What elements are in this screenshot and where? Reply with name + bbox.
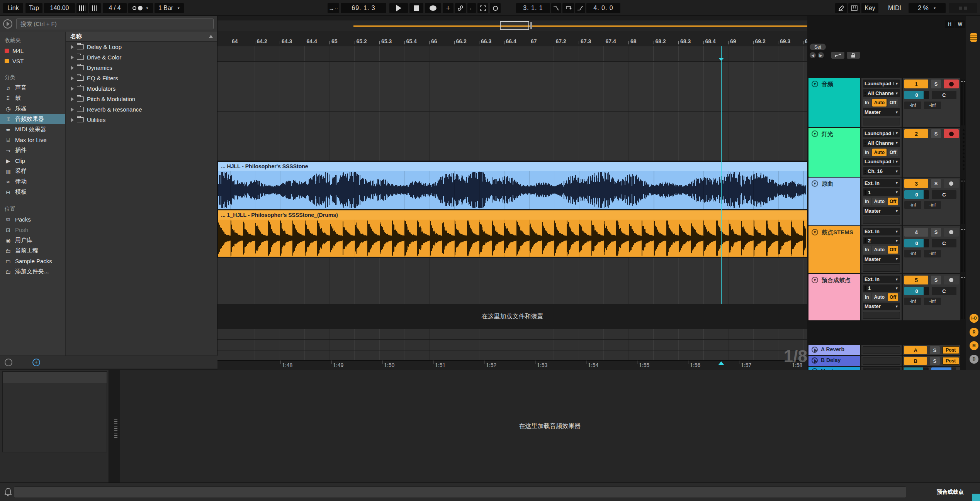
notification-bell-icon[interactable] — [4, 487, 12, 497]
return-io-field[interactable] — [863, 346, 900, 354]
height-zoom-button[interactable]: H — [945, 20, 955, 28]
track-delay-field[interactable] — [863, 118, 900, 125]
metronome-button[interactable]: ▼ — [128, 3, 153, 13]
audio-clip[interactable]: ... HJLL - Philosopher's SSSStone — [217, 161, 807, 209]
io-dropdown[interactable]: Master▼ — [863, 303, 900, 310]
return-send-button[interactable]: B — [904, 357, 927, 365]
re-enable-automation-button[interactable] — [831, 52, 844, 59]
audio-clip[interactable]: ... 1_HJLL - Philosopher's SSSStone_(Dru… — [217, 210, 807, 257]
sidebar-category-Clip[interactable]: ▶Clip — [0, 156, 65, 166]
io-dropdown[interactable]: Ext. In▼ — [863, 228, 900, 235]
sidebar-category-鼓[interactable]: ⠿鼓 — [0, 93, 65, 103]
sidebar-category-Max for Live[interactable]: ⌸Max for Live — [0, 135, 65, 145]
monitor-off-button[interactable]: Off — [888, 198, 898, 205]
panel-resize-grip[interactable] — [114, 417, 117, 438]
sidebar-category-模板[interactable]: ⊟模板 — [0, 187, 65, 197]
solo-button[interactable]: S — [931, 276, 941, 284]
sidebar-item-m4l[interactable]: M4L — [0, 46, 65, 56]
browser-folder-row[interactable]: EQ & Filters — [66, 73, 217, 83]
record-arm-button[interactable] — [944, 179, 959, 188]
loop-start-display[interactable]: 3. 1. 1 — [516, 3, 550, 13]
io-dropdown[interactable]: 1▼ — [863, 188, 900, 196]
io-dropdown[interactable]: All Channe▼ — [863, 139, 900, 147]
send-a-value[interactable]: -inf — [904, 250, 921, 257]
send-b-value[interactable]: -inf — [924, 102, 941, 109]
io-dropdown[interactable]: Ch. 16▼ — [863, 167, 900, 175]
lane-master[interactable] — [217, 350, 807, 360]
track-fold-toggle[interactable]: ▼ — [812, 130, 818, 137]
monitor-off-button[interactable]: Off — [888, 293, 898, 301]
record-button[interactable] — [425, 3, 441, 13]
draw-mode-button[interactable] — [835, 3, 847, 13]
send-b-value[interactable]: -inf — [924, 298, 941, 305]
solo-button[interactable]: S — [931, 80, 941, 88]
set-locator-button[interactable]: Set — [810, 44, 826, 50]
monitor-in-button[interactable]: In — [863, 149, 871, 156]
sidebar-place-添加文件夹...[interactable]: 🗀添加文件夹... — [0, 266, 65, 277]
io-dropdown[interactable]: Master▼ — [863, 108, 900, 116]
stop-button[interactable] — [409, 3, 423, 13]
volume-slider[interactable]: 0 — [904, 287, 929, 295]
io-dropdown[interactable]: 2▼ — [863, 237, 900, 245]
time-signature-field[interactable]: 4 / 4 — [103, 3, 127, 13]
follow-button[interactable]: →·· — [328, 3, 339, 13]
clip-1[interactable]: ... 1_HJLL - Philosopher's SSSStone_(Dru… — [217, 210, 807, 257]
monitor-in-button[interactable]: In — [863, 99, 871, 107]
browser-folder-row[interactable]: Dynamics — [66, 63, 217, 73]
io-dropdown[interactable]: Master▼ — [863, 255, 900, 263]
track-name-cell[interactable]: ▼原曲 — [808, 178, 860, 225]
record-arm-button[interactable] — [944, 80, 959, 88]
send-b-value[interactable]: -inf — [924, 250, 941, 257]
punch-out-button[interactable] — [575, 3, 585, 13]
sidebar-category-采样[interactable]: ▥采样 — [0, 166, 65, 176]
record-arm-button[interactable] — [944, 228, 959, 237]
quantize-menu[interactable]: 1 Bar▼ — [155, 3, 184, 13]
list-header-name[interactable]: 名称 — [66, 32, 217, 42]
track-fold-toggle[interactable]: ▼ — [812, 180, 818, 187]
volume-slider[interactable]: 0 — [904, 239, 929, 247]
expand-arrow-icon[interactable] — [71, 108, 74, 112]
track-delay-field[interactable] — [863, 264, 900, 272]
track-name-cell[interactable]: B Delay — [808, 356, 860, 366]
sidebar-place-Sample Packs[interactable]: 🗀Sample Packs — [0, 256, 65, 266]
volume-slider[interactable]: 0 — [904, 190, 929, 199]
arrangement-position-display[interactable]: 69. 1. 3 — [341, 3, 386, 13]
monitor-in-button[interactable]: In — [863, 293, 871, 301]
post-toggle-button[interactable]: Post — [943, 357, 959, 365]
nudge-down-button[interactable] — [76, 3, 88, 13]
overdub-button[interactable]: + — [443, 3, 453, 13]
io-dropdown[interactable]: 1▼ — [863, 284, 900, 292]
sidebar-place-当前工程[interactable]: 🗀当前工程 — [0, 245, 65, 256]
returns-section-toggle[interactable]: R — [970, 328, 978, 337]
clip-0[interactable]: ... HJLL - Philosopher's SSSStone — [217, 161, 807, 209]
midi-map-button[interactable]: MIDI — [884, 3, 905, 13]
io-section-toggle[interactable]: I-O — [970, 314, 978, 323]
width-zoom-button[interactable]: W — [955, 20, 965, 28]
sidebar-category-声音[interactable]: ♫声音 — [0, 83, 65, 93]
punch-in-button[interactable] — [551, 3, 561, 13]
return-io-field[interactable] — [863, 357, 900, 365]
next-locator-button[interactable]: ▶ — [818, 52, 824, 58]
pan-knob[interactable]: C — [932, 287, 956, 295]
volume-slider[interactable]: 0 — [904, 91, 929, 99]
delay-section-toggle[interactable]: D — [970, 355, 978, 364]
loop-length-display[interactable]: 4. 0. 0 — [586, 3, 620, 13]
browser-folder-row[interactable]: Modulators — [66, 83, 217, 94]
pan-knob[interactable]: C — [932, 91, 956, 99]
post-toggle-button[interactable]: Post — [943, 346, 959, 354]
io-dropdown[interactable]: Ext. In▼ — [863, 179, 900, 187]
expand-arrow-icon[interactable] — [71, 66, 74, 70]
expand-arrow-icon[interactable] — [71, 97, 74, 101]
expand-arrow-icon[interactable] — [71, 45, 74, 49]
monitor-auto-button[interactable]: Auto — [872, 149, 887, 156]
track-delay-field[interactable] — [863, 217, 900, 224]
prev-locator-button[interactable]: ◀ — [810, 52, 816, 58]
return-send-button[interactable]: A — [904, 346, 927, 354]
arm-button[interactable]: 2 — [904, 129, 928, 138]
nudge-up-button[interactable] — [89, 3, 101, 13]
browser-folder-row[interactable]: Delay & Loop — [66, 42, 217, 52]
cpu-load-menu[interactable]: 2 %▼ — [909, 3, 946, 13]
send-b-value[interactable]: -inf — [924, 201, 941, 209]
monitor-auto-button[interactable]: Auto — [872, 246, 887, 254]
io-dropdown[interactable]: Launchpad I▼ — [863, 80, 900, 88]
